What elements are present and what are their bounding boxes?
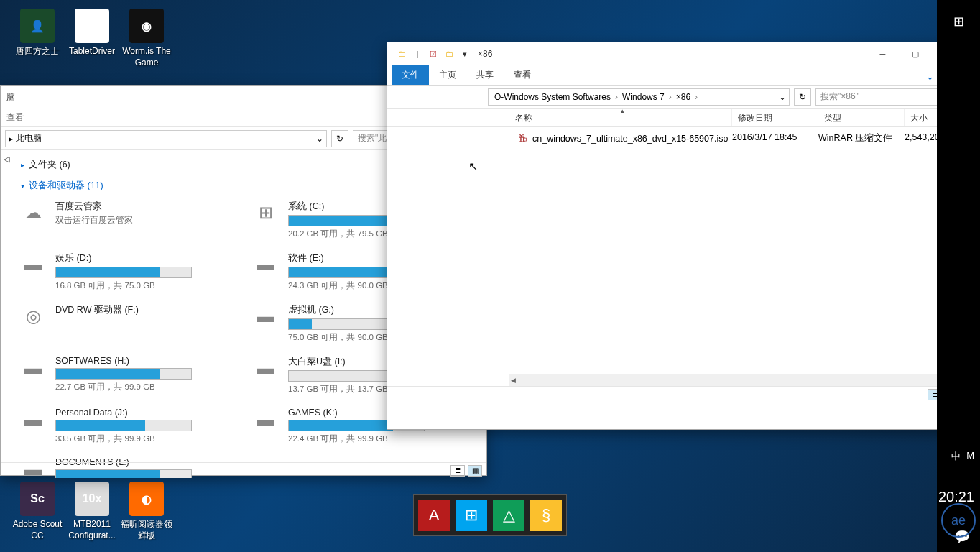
col-type[interactable]: 类型 xyxy=(818,109,905,126)
qat-sep: | xyxy=(412,48,423,60)
drive-meta: 双击运行百度云管家 xyxy=(55,215,236,226)
desktop-icon--[interactable]: ◐福昕阅读器领鲜版 xyxy=(119,482,174,541)
maximize-button[interactable]: ▢ xyxy=(899,42,931,65)
archive-icon: 🗜 xyxy=(517,133,528,144)
start-charm[interactable]: ⊞ xyxy=(937,0,980,43)
dock-item-dna[interactable]: § xyxy=(530,500,562,531)
drive-icon: ▬ xyxy=(18,408,48,432)
tab-view[interactable]: 查看 xyxy=(504,65,541,85)
view-tab[interactable]: 查看 xyxy=(6,111,24,124)
breadcrumb-item[interactable]: O-Windows System Softwares xyxy=(491,92,614,102)
drive-icon: ◎ xyxy=(18,304,48,328)
drive-item[interactable]: ☁百度云管家双击运行百度云管家 xyxy=(15,196,239,244)
status-bar: ≣ ▦ xyxy=(1,462,486,478)
scrollbar-horizontal[interactable]: ◀ ▶ xyxy=(509,374,963,386)
folder-icon: 🗀 xyxy=(396,48,407,60)
open-folder-icon[interactable]: 🗀 xyxy=(443,48,455,60)
desktop-icon-mtb2011-configurat-[interactable]: 10xMTB2011 Configurat... xyxy=(65,482,119,541)
dock-item-drive[interactable]: △ xyxy=(493,500,524,531)
tab-share[interactable]: 共享 xyxy=(466,65,504,85)
drive-icon: ▬ xyxy=(251,356,281,380)
ribbon-tabs: 文件 主页 共享 查看 ⌄ ❔ xyxy=(387,65,963,86)
breadcrumb-separator-icon: › xyxy=(693,92,699,102)
column-headers[interactable]: 名称 ▴ 修改日期 类型 大小 xyxy=(387,109,963,127)
file-row[interactable]: 🗜cn_windows_7_ultimate_x86_dvd_x15-65907… xyxy=(509,130,963,147)
group-devices-label: 设备和驱动器 (11) xyxy=(29,180,103,192)
breadcrumb-separator-icon: › xyxy=(667,92,673,102)
drive-meta: 16.8 GB 可用，共 75.0 GB xyxy=(55,280,236,291)
charms-bar: ⊞ xyxy=(937,0,980,552)
drive-name: Personal Data (J:) xyxy=(55,408,236,418)
dock-item-adobe[interactable]: A xyxy=(418,500,450,531)
scroll-left-icon[interactable]: ◀ xyxy=(511,377,516,384)
view-tiles-icon[interactable]: ▦ xyxy=(468,465,482,477)
desktop-icon-adobe-scout-cc[interactable]: ScAdobe Scout CC xyxy=(10,482,65,541)
breadcrumb-item[interactable]: Windows 7 xyxy=(619,92,667,102)
app-icon: ◉ xyxy=(129,9,164,43)
col-name[interactable]: 名称 ▴ xyxy=(509,109,732,126)
app-icon: 10x xyxy=(75,482,109,516)
explorer-x86[interactable]: 🗀 | ☑ 🗀 ▾ ×86 ─ ▢ ✕ 文件 主页 共享 查看 ⌄ ❔ O-Wi… xyxy=(387,42,964,430)
ime-indicator[interactable]: 中 M xyxy=(951,450,974,463)
window-title: ×86 xyxy=(478,49,492,59)
address-bar[interactable]: O-Windows System Softwares›Windows 7›×86… xyxy=(488,88,790,106)
icon-label: Worm.is The Game xyxy=(119,46,174,68)
drive-icon: ▬ xyxy=(251,304,281,328)
address-text: 此电脑 xyxy=(16,132,42,144)
address-bar[interactable]: ▸ 此电脑 ⌄ xyxy=(5,130,327,147)
drive-icon: ☁ xyxy=(18,201,48,225)
nav-back-icon[interactable]: ◁ xyxy=(4,155,9,164)
drive-name: 百度云管家 xyxy=(55,201,236,213)
desktop-icon--[interactable]: 👤唐四方之士 xyxy=(10,9,65,58)
desktop-icon-tabletdriver[interactable]: ✎TabletDriver xyxy=(65,9,119,58)
chevron-down-icon: ▾ xyxy=(21,182,24,190)
search-placeholder: 搜索"×86" xyxy=(820,91,859,103)
properties-icon[interactable]: ☑ xyxy=(427,48,439,60)
drive-item[interactable]: ▬Personal Data (J:)33.5 GB 可用，共 99.9 GB xyxy=(15,403,239,448)
sort-asc-icon: ▴ xyxy=(621,107,624,114)
app-icon: 👤 xyxy=(20,9,55,43)
drive-name: SOFTWARES (H:) xyxy=(55,356,236,366)
minimize-button[interactable]: ─ xyxy=(866,42,899,65)
dock: A⊞△§ xyxy=(413,494,567,536)
drive-icon: ▬ xyxy=(251,408,281,432)
status-bar: ≣ ▦ xyxy=(387,386,963,402)
tab-file[interactable]: 文件 xyxy=(392,65,429,85)
file-type: WinRAR 压缩文件 xyxy=(818,132,905,144)
col-date[interactable]: 修改日期 xyxy=(732,109,818,126)
refresh-button[interactable]: ↻ xyxy=(794,88,811,106)
drive-icon: ▬ xyxy=(251,252,281,277)
refresh-button[interactable]: ↻ xyxy=(331,130,348,147)
icon-label: 唐四方之士 xyxy=(10,46,65,58)
icon-label: TabletDriver xyxy=(65,46,119,58)
breadcrumb-separator-icon: › xyxy=(614,92,619,102)
dock-item-windows[interactable]: ⊞ xyxy=(456,500,487,531)
address-row: O-Windows System Softwares›Windows 7›×86… xyxy=(387,86,963,109)
drive-item[interactable]: ◎DVD RW 驱动器 (F:) xyxy=(15,300,239,347)
breadcrumb-item[interactable]: ×86 xyxy=(673,92,693,102)
app-icon: Sc xyxy=(20,482,55,516)
drive-meta: 22.7 GB 可用，共 99.9 GB xyxy=(55,382,236,392)
window-title: 脑 xyxy=(6,91,15,104)
drive-name: DVD RW 驱动器 (F:) xyxy=(55,304,236,316)
drive-meta: 33.5 GB 可用，共 99.9 GB xyxy=(55,433,236,444)
view-details-icon[interactable]: ≣ xyxy=(450,465,465,477)
app-icon: ✎ xyxy=(75,9,109,43)
capacity-bar xyxy=(55,267,192,278)
drive-item[interactable]: ▬娱乐 (D:)16.8 GB 可用，共 75.0 GB xyxy=(15,248,239,295)
capacity-bar xyxy=(55,368,192,380)
titlebar[interactable]: 🗀 | ☑ 🗀 ▾ ×86 ─ ▢ ✕ xyxy=(387,42,963,65)
quick-access-toolbar: 🗀 | ☑ 🗀 ▾ xyxy=(393,48,473,60)
qat-menu-icon[interactable]: ▾ xyxy=(459,48,471,60)
icon-label: 福昕阅读器领鲜版 xyxy=(119,519,174,541)
icon-label: Adobe Scout CC xyxy=(10,519,65,541)
tab-home[interactable]: 主页 xyxy=(429,65,466,85)
drive-icon: ▬ xyxy=(18,252,48,277)
desktop-icon-worm-is-the-game[interactable]: ◉Worm.is The Game xyxy=(119,9,174,68)
icon-label: MTB2011 Configurat... xyxy=(65,519,119,541)
drive-item[interactable]: ▬SOFTWARES (H:)22.7 GB 可用，共 99.9 GB xyxy=(15,351,239,399)
drive-icon: ▬ xyxy=(18,356,48,380)
drive-icon: ⊞ xyxy=(251,201,281,225)
chevron-right-icon: ▸ xyxy=(21,161,24,169)
drive-meta: 22.4 GB 可用，共 99.9 GB xyxy=(288,433,469,444)
